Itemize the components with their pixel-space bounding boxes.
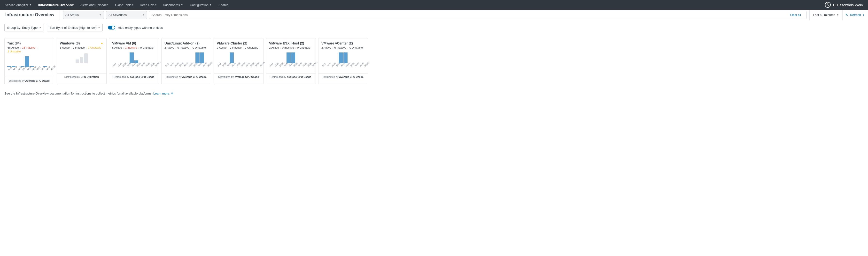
x-tick-label: 50-60 bbox=[241, 63, 245, 67]
footnote: See the Infrastructure Overview document… bbox=[0, 87, 868, 100]
card-status-line: 6 Active:0 Inactive:2 Unstable bbox=[57, 46, 106, 49]
nav-item-infrastructure-overview[interactable]: Infrastructure Overview bbox=[38, 3, 73, 7]
nav-item-configuration[interactable]: Configuration▼ bbox=[190, 3, 212, 7]
footnote-text: See the Infrastructure Overview document… bbox=[4, 92, 153, 95]
nav-item-dashboards[interactable]: Dashboards▼ bbox=[163, 3, 183, 7]
x-tick-label: 30-40 bbox=[231, 63, 235, 67]
nav-item-glass-tables[interactable]: Glass Tables bbox=[115, 3, 133, 7]
x-tick-label: 90-100 bbox=[207, 63, 211, 67]
chart-bar bbox=[200, 52, 204, 63]
x-tick-label: 0-10 bbox=[217, 63, 221, 67]
filter-bar: Infrastructure Overview All Status ▼ All… bbox=[0, 10, 868, 20]
inactive-count: 0 Inactive bbox=[282, 46, 294, 49]
x-tick-label: 20-30 bbox=[18, 67, 21, 71]
x-tick-label: 40-50 bbox=[184, 63, 187, 67]
entity-card[interactable]: VMware vCenter (2)2 Active:0 Inactive:0 … bbox=[318, 38, 368, 84]
unstable-count: 0 Unstable bbox=[349, 46, 363, 49]
status-dropdown[interactable]: All Status ▼ bbox=[63, 11, 104, 19]
entity-card[interactable]: VMware Cluster (2)2 Active:0 Inactive:0 … bbox=[214, 38, 264, 84]
learn-more-label: Learn more. bbox=[153, 92, 170, 95]
x-tick-label: 60-70 bbox=[141, 63, 145, 67]
card-footer: Distributed by Average CPU Usage bbox=[161, 73, 211, 80]
nav-item-alerts-and-episodes[interactable]: Alerts and Episodes bbox=[81, 3, 108, 7]
distribution-chart: 0-1010-2020-3030-4040-5050-6060-7070-808… bbox=[266, 49, 316, 73]
nav-item-service-analyzer[interactable]: Service Analyzer▼ bbox=[5, 3, 31, 7]
inactive-count: 16 Inactive bbox=[22, 46, 36, 49]
x-tick-label: 90-100 bbox=[50, 67, 54, 71]
severity-dropdown[interactable]: All Severities ▼ bbox=[106, 11, 147, 19]
caret-down-icon: ▼ bbox=[98, 26, 100, 29]
x-tick-label: 90-100 bbox=[155, 63, 159, 67]
entity-card[interactable]: *nix (84)66 Active:16 Inactive:2 Unstabl… bbox=[4, 38, 54, 84]
x-tick-label: 20-30 bbox=[175, 63, 178, 67]
card-header: Unix/Linux Add-on (2) bbox=[161, 38, 211, 46]
brand: IT Essentials Work bbox=[825, 2, 863, 8]
inactive-count: 0 Inactive bbox=[229, 46, 242, 49]
active-count: 2 Active bbox=[164, 46, 174, 49]
refresh-button[interactable]: ↻ Refresh ▼ bbox=[842, 10, 868, 20]
x-tick-label: 30-40 bbox=[284, 63, 287, 67]
card-footer: Distributed by Average CPU Usage bbox=[109, 73, 159, 80]
card-header: VMware ESXi Host (2) bbox=[266, 38, 316, 46]
caret-down-icon: ▼ bbox=[837, 14, 839, 16]
x-tick-label: 80-90 bbox=[203, 63, 206, 67]
chart-bars bbox=[163, 51, 209, 63]
caret-down-icon: ▼ bbox=[862, 14, 865, 16]
inactive-count: 1 Inactive bbox=[125, 46, 137, 49]
x-tick-label: 40-50 bbox=[341, 63, 344, 67]
hide-empty-toggle[interactable] bbox=[108, 26, 115, 30]
x-tick-label: 90-100 bbox=[364, 63, 368, 67]
x-tick-label: 0-10 bbox=[8, 67, 12, 71]
search-entity-input[interactable] bbox=[152, 13, 787, 17]
x-tick-label: 30-40 bbox=[22, 67, 26, 71]
x-tick-label: 70-80 bbox=[302, 63, 306, 67]
x-tick-label: 60-70 bbox=[245, 63, 249, 67]
caret-down-icon: ▼ bbox=[142, 14, 144, 16]
separator: : bbox=[227, 46, 228, 49]
sort-by-dropdown[interactable]: Sort By: # of Entities (High to low) ▼ bbox=[47, 24, 103, 31]
timerange-dropdown[interactable]: Last 60 minutes ▼ bbox=[809, 10, 842, 20]
separator: : bbox=[175, 46, 176, 49]
entity-card[interactable]: Windows (8)▲6 Active:0 Inactive:2 Unstab… bbox=[57, 38, 106, 84]
chart-bar bbox=[80, 57, 83, 63]
x-tick-label: 50-60 bbox=[188, 63, 192, 67]
nav-item-deep-dives[interactable]: Deep Dives bbox=[140, 3, 156, 7]
x-tick-label: 50-60 bbox=[136, 63, 140, 67]
page-title: Infrastructure Overview bbox=[0, 10, 60, 20]
card-header: Windows (8)▲ bbox=[57, 38, 106, 46]
x-tick-label: 30-40 bbox=[127, 63, 130, 67]
x-tick-label: 10-20 bbox=[117, 63, 121, 67]
active-count: 2 Active bbox=[217, 46, 226, 49]
learn-more-link[interactable]: Learn more. ⧉ bbox=[153, 92, 173, 95]
x-tick-label: 40-50 bbox=[131, 63, 135, 67]
card-title: *nix (84) bbox=[7, 41, 21, 45]
chart-x-labels: 0-1010-2020-3030-4040-5050-6060-7070-808… bbox=[268, 64, 314, 66]
card-footer: Distributed by Average CPU Usage bbox=[5, 77, 54, 84]
x-tick-label: 30-40 bbox=[336, 63, 340, 67]
caret-down-icon: ▼ bbox=[99, 14, 101, 16]
card-title: VMware Cluster (2) bbox=[217, 41, 247, 45]
group-by-dropdown[interactable]: Group By: Entity Type ▼ bbox=[4, 24, 44, 31]
x-tick-label: 40-50 bbox=[236, 63, 240, 67]
separator: : bbox=[37, 46, 38, 49]
x-tick-label: 80-90 bbox=[360, 63, 363, 67]
x-tick-label: 0-10 bbox=[322, 63, 326, 67]
unstable-count: 2 Unstable bbox=[88, 46, 101, 49]
chart-bar bbox=[84, 53, 88, 63]
entity-card[interactable]: VMware VM (6)5 Active:1 Inactive:0 Unsta… bbox=[109, 38, 159, 84]
x-tick-label: 70-80 bbox=[354, 63, 359, 67]
separator: : bbox=[70, 46, 72, 49]
x-tick-label: 40-50 bbox=[27, 67, 31, 71]
card-header: VMware VM (6) bbox=[109, 38, 159, 46]
entity-card[interactable]: Unix/Linux Add-on (2)2 Active:0 Inactive… bbox=[161, 38, 211, 84]
nav-item-search[interactable]: Search bbox=[218, 3, 228, 7]
clear-all-link[interactable]: Clear all bbox=[787, 13, 804, 17]
chart-x-labels: 0-1010-2020-3030-4040-5050-6060-7070-808… bbox=[163, 64, 209, 66]
x-tick-label: 60-70 bbox=[298, 63, 302, 67]
chart-x-labels: 0-1010-2020-3030-4040-5050-6060-7070-808… bbox=[111, 64, 157, 66]
search-entity-input-wrapper[interactable]: Clear all bbox=[149, 11, 806, 19]
entity-card[interactable]: VMware ESXi Host (2)2 Active:0 Inactive:… bbox=[266, 38, 316, 84]
separator: : bbox=[190, 46, 192, 49]
x-tick-label: 80-90 bbox=[255, 63, 259, 67]
separator: : bbox=[280, 46, 281, 49]
